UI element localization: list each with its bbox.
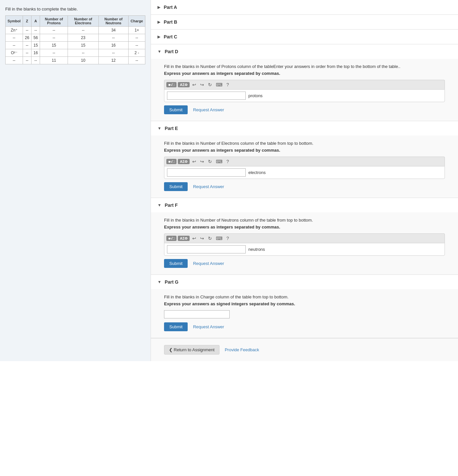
part-g-submit-row: Submit Request Answer [164, 322, 445, 331]
part-e-help-btn[interactable]: ? [225, 158, 230, 165]
part-e-chevron: ▼ [157, 126, 161, 131]
part-d-redo-btn[interactable]: ↪ [199, 81, 205, 88]
part-g-request-answer[interactable]: Request Answer [193, 324, 224, 329]
table-row: ----15151516-- [6, 42, 145, 49]
part-e-matrix-btn[interactable]: ■√□ [166, 159, 177, 164]
table-row: ------111012-- [6, 57, 145, 64]
col-header-electrons: Number of Electrons [68, 16, 98, 27]
table-cell: -- [23, 57, 31, 64]
table-cell: Zn⁺ [6, 27, 23, 34]
part-d-matrix-btn[interactable]: ■√□ [166, 82, 177, 87]
part-e-request-answer[interactable]: Request Answer [193, 184, 224, 189]
part-f-help-btn[interactable]: ? [225, 235, 230, 242]
col-header-symbol: Symbol [6, 16, 23, 27]
provide-feedback-link[interactable]: Provide Feedback [225, 347, 259, 352]
part-c-header[interactable]: ▶ Part C [151, 30, 458, 44]
part-f-body: Fill in the blanks in Number of Neutrons… [151, 212, 458, 274]
part-d-submit-btn[interactable]: Submit [164, 105, 188, 114]
part-e-answer-input[interactable] [167, 168, 246, 177]
part-e-keyboard-btn[interactable]: ⌨ [215, 158, 224, 165]
part-c-chevron: ▶ [157, 34, 160, 39]
part-e-symbol-btn[interactable]: AΣΦ [178, 159, 190, 164]
part-f-redo-btn[interactable]: ↪ [199, 235, 205, 242]
table-cell: 23 [68, 34, 98, 42]
part-e-input-wrapper: electrons [164, 166, 445, 179]
table-cell: 15 [68, 42, 98, 49]
part-e-refresh-btn[interactable]: ↻ [207, 158, 213, 165]
part-g-answer-input[interactable] [164, 310, 230, 318]
part-g-description: Fill in the blanks in Charge column of t… [164, 294, 445, 299]
part-f-section: ▼ Part F Fill in the blanks in Number of… [151, 198, 458, 275]
part-f-submit-row: Submit Request Answer [164, 259, 445, 268]
part-f-answer-input[interactable] [167, 245, 246, 253]
col-header-z: Z [23, 16, 31, 27]
part-g-chevron: ▼ [157, 280, 161, 284]
table-cell: -- [129, 34, 145, 42]
part-d-symbol-btn[interactable]: AΣΦ [178, 82, 190, 87]
part-f-matrix-btn[interactable]: ■√□ [166, 236, 177, 241]
part-d-section: ▼ Part D Fill in the blanks in Number of… [151, 44, 458, 121]
part-d-instruction: Express your answers as integers separat… [164, 71, 445, 76]
table-cell: 15 [31, 42, 40, 49]
part-e-undo-btn[interactable]: ↩ [191, 158, 198, 165]
part-f-keyboard-btn[interactable]: ⌨ [215, 235, 224, 242]
part-d-undo-btn[interactable]: ↩ [191, 81, 198, 88]
part-f-request-answer[interactable]: Request Answer [193, 261, 224, 266]
part-f-instruction: Express your answers as integers separat… [164, 225, 445, 229]
table-cell: -- [23, 42, 31, 49]
part-b-header[interactable]: ▶ Part B [151, 15, 458, 29]
col-header-protons: Number of Protons [40, 16, 68, 27]
instructions-text: Fill in the blanks to complete the table… [5, 7, 145, 11]
part-b-chevron: ▶ [157, 20, 160, 24]
part-e-submit-btn[interactable]: Submit [164, 182, 188, 191]
part-d-request-answer[interactable]: Request Answer [193, 107, 224, 112]
part-e-label: Part E [165, 126, 178, 131]
part-b-section: ▶ Part B [151, 15, 458, 30]
table-row: Zn⁺--------341+ [6, 27, 145, 34]
table-cell: -- [129, 42, 145, 49]
table-cell: -- [6, 42, 23, 49]
part-d-header[interactable]: ▼ Part D [151, 44, 458, 59]
table-cell: -- [68, 49, 98, 57]
part-d-toolbar: ■√□ AΣΦ ↩ ↪ ↻ ⌨ ? [164, 80, 445, 89]
part-d-description: Fill in the blanks in Number of Protons … [164, 64, 445, 69]
part-a-header[interactable]: ▶ Part A [151, 0, 458, 14]
part-d-answer-input[interactable] [167, 92, 246, 100]
table-cell: -- [40, 27, 68, 34]
left-panel: Fill in the blanks to complete the table… [0, 0, 151, 361]
part-f-chevron: ▼ [157, 203, 161, 207]
part-e-unit: electrons [248, 170, 266, 175]
col-header-charge: Charge [129, 16, 145, 27]
return-to-assignment-btn[interactable]: ❮ Return to Assignment [164, 345, 219, 355]
table-cell: -- [40, 49, 68, 57]
part-d-keyboard-btn[interactable]: ⌨ [215, 81, 224, 88]
part-f-header[interactable]: ▼ Part F [151, 198, 458, 212]
table-cell: -- [31, 57, 40, 64]
part-g-input-row [164, 310, 445, 318]
table-cell: -- [98, 49, 129, 57]
table-cell: O²⁻ [6, 49, 23, 57]
part-g-label: Part G [165, 279, 178, 285]
table-cell: -- [98, 34, 129, 42]
part-e-redo-btn[interactable]: ↪ [199, 158, 205, 165]
table-cell: 56 [31, 34, 40, 42]
part-d-label: Part D [165, 49, 178, 54]
part-d-chevron: ▼ [157, 49, 161, 54]
part-f-math-input: ■√□ AΣΦ ↩ ↪ ↻ ⌨ ? neutrons [164, 233, 445, 256]
part-f-label: Part F [165, 203, 178, 208]
element-table: Symbol Z A Number of Protons Number of E… [5, 15, 145, 64]
part-f-submit-btn[interactable]: Submit [164, 259, 188, 268]
part-d-help-btn[interactable]: ? [225, 81, 230, 88]
part-e-section: ▼ Part E Fill in the blanks in Number of… [151, 121, 458, 198]
part-d-refresh-btn[interactable]: ↻ [207, 81, 213, 88]
part-f-refresh-btn[interactable]: ↻ [207, 235, 213, 242]
part-g-header[interactable]: ▼ Part G [151, 275, 458, 289]
table-cell: 10 [68, 57, 98, 64]
table-cell: 1+ [129, 27, 145, 34]
part-f-symbol-btn[interactable]: AΣΦ [178, 236, 190, 241]
part-e-body: Fill in the blanks in Number of Electron… [151, 136, 458, 198]
part-e-header[interactable]: ▼ Part E [151, 121, 458, 136]
part-f-undo-btn[interactable]: ↩ [191, 235, 198, 242]
part-a-label: Part A [164, 5, 177, 10]
part-g-submit-btn[interactable]: Submit [164, 322, 188, 331]
